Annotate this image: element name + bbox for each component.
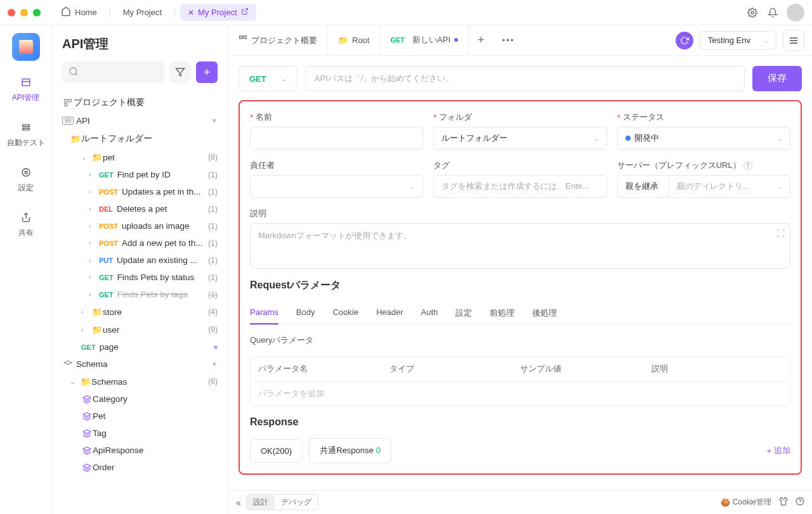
tree-schema-root[interactable]: Schema ▼ <box>57 356 223 373</box>
chevron-down-icon: ⌄ <box>777 183 782 190</box>
rail-share[interactable]: 共有 <box>16 207 36 241</box>
expand-icon[interactable]: ⛶ <box>776 229 785 238</box>
method-badge: GET <box>99 274 114 281</box>
content-tabs: プロジェクト概要 📁 Root GET 新しいAPI + ••• Testing… <box>228 25 812 56</box>
tree-label: store <box>103 307 206 317</box>
param-tab-auth[interactable]: Auth <box>421 302 438 324</box>
tree-schema-item[interactable]: Category <box>57 390 223 408</box>
help-icon[interactable]: ? <box>743 161 752 170</box>
help-footer-icon[interactable] <box>796 497 804 508</box>
response-common[interactable]: 共通Response0 <box>309 438 391 463</box>
shirt-icon[interactable] <box>779 497 788 508</box>
tree-schemas-folder[interactable]: ⌄ 📁 Schemas (6) <box>57 373 223 390</box>
tree-root-folder[interactable]: 📁 ルートフォルダー <box>57 129 223 148</box>
env-select[interactable]: Testing Env ⌄ <box>700 31 776 49</box>
mode-debug[interactable]: デバッグ <box>275 495 318 510</box>
add-button[interactable]: + <box>196 61 218 83</box>
rail-settings[interactable]: 設定 <box>16 162 36 196</box>
tab-project-1[interactable]: My Project <box>115 4 169 21</box>
env-refresh-icon[interactable] <box>676 32 693 49</box>
tree-api-page[interactable]: GET page <box>57 338 223 356</box>
close-icon[interactable]: ✕ <box>188 8 194 17</box>
minimize-window[interactable] <box>20 9 28 16</box>
tree-api-item[interactable]: ›POSTAdd a new pet to th...(1) <box>57 235 223 252</box>
tree-schema-item[interactable]: Pet <box>57 408 223 425</box>
tab-project-2[interactable]: ✕ My Project <box>180 4 256 21</box>
rail-label: 設定 <box>18 183 34 193</box>
app-logo[interactable] <box>12 33 40 61</box>
ctab-root[interactable]: 📁 Root <box>328 25 380 55</box>
tree-schema-item[interactable]: Order <box>57 459 223 476</box>
bell-icon[interactable] <box>766 6 779 19</box>
overview-icon <box>239 35 247 46</box>
menu-button[interactable] <box>783 30 804 51</box>
param-tab-cookie[interactable]: Cookie <box>332 302 358 324</box>
chevron-down-icon: ⌄ <box>410 183 415 190</box>
status-select[interactable]: 開発中⌄ <box>617 127 790 150</box>
gear-icon[interactable] <box>746 6 759 19</box>
param-tab-params[interactable]: Params <box>250 302 278 324</box>
param-tab-設定[interactable]: 設定 <box>455 302 472 324</box>
save-button[interactable]: 保存 <box>752 66 802 91</box>
mode-design[interactable]: 設計 <box>247 495 275 510</box>
add-param-row[interactable]: パラメータを追加 <box>251 382 790 406</box>
description-textarea[interactable]: Markdownフォーマットが使用できます。 ⛶ <box>250 223 790 269</box>
tree-api-item[interactable]: ›GETFinds Pets by status(1) <box>57 269 223 286</box>
method-badge: GET <box>99 291 114 299</box>
chevron-down-icon: ⌄ <box>70 378 80 385</box>
param-tab-body[interactable]: Body <box>296 302 315 324</box>
method-select[interactable]: GET ⌄ <box>239 66 298 91</box>
tree-api-item[interactable]: ›DELDeletes a pet(1) <box>57 200 223 217</box>
svg-rect-10 <box>65 100 67 102</box>
name-input[interactable] <box>250 127 423 150</box>
tree-project-overview[interactable]: プロジェクト概要 <box>57 93 223 112</box>
tree-api-item[interactable]: ›GETFinds Pets by tags(1) <box>57 286 223 303</box>
tree-schema-item[interactable]: Tag <box>57 425 223 442</box>
param-tab-後処理[interactable]: 後処理 <box>532 302 557 324</box>
rail-autotest[interactable]: 自動テスト <box>4 117 48 151</box>
rail-api-manage[interactable]: API管理 <box>10 72 42 106</box>
ctab-overview[interactable]: プロジェクト概要 <box>228 25 328 55</box>
method-badge: GET <box>81 344 96 351</box>
tab-home[interactable]: Home <box>53 3 105 22</box>
url-input[interactable]: APIパスは「/」から始めてください。 <box>305 66 745 91</box>
tree-folder-user[interactable]: › 📁 user (9) <box>57 321 223 338</box>
tree-folder-store[interactable]: › 📁 store (4) <box>57 303 223 321</box>
server-select[interactable]: 親を継承 親のディレクトリ...⌄ <box>617 175 790 198</box>
tree-api-item[interactable]: ›GETFind pet by ID(1) <box>57 166 223 183</box>
close-window[interactable] <box>8 9 15 16</box>
tree-api-item[interactable]: ›PUTUpdate an existing ...(1) <box>57 252 223 269</box>
tree-api-root[interactable]: 99 API ▼ <box>57 112 223 129</box>
cookie-manage[interactable]: 🍪Cookie管理 <box>721 497 771 508</box>
sidebar: API管理 + プロジェクト概要 99 API ▼ <box>52 25 228 514</box>
param-tab-前処理[interactable]: 前処理 <box>490 302 514 324</box>
query-label: Queryパラメータ <box>250 335 790 346</box>
tree-api-item[interactable]: ›POSTUpdates a pet in th...(1) <box>57 183 223 200</box>
add-tab-button[interactable]: + <box>469 34 494 47</box>
response-ok[interactable]: OK(200) <box>250 439 303 463</box>
tag-input[interactable]: タグを検索または作成するには、Ente... <box>433 175 606 198</box>
param-tab-header[interactable]: Header <box>376 302 403 324</box>
tree: プロジェクト概要 99 API ▼ 📁 ルートフォルダー ⌄ 📁 pet (8) <box>52 91 228 514</box>
search-input[interactable] <box>62 61 164 83</box>
avatar[interactable] <box>787 4 804 22</box>
share-icon <box>18 210 34 225</box>
maximize-window[interactable] <box>33 9 41 16</box>
collapse-button[interactable]: « <box>236 498 241 508</box>
request-title: Requestパラメータ <box>250 279 790 292</box>
folder-select[interactable]: ルートフォルダー⌄ <box>433 127 606 150</box>
method-badge: DEL <box>99 205 113 213</box>
tree-label: Updates a pet in th... <box>122 187 206 196</box>
tree-api-item[interactable]: ›POSTuploads an image(1) <box>57 217 223 235</box>
method-badge: POST <box>99 240 118 247</box>
tree-schema-item[interactable]: ApiResponse <box>57 442 223 459</box>
add-response-button[interactable]: +追加 <box>766 445 790 456</box>
more-tabs-button[interactable]: ••• <box>494 35 524 45</box>
svg-point-6 <box>22 169 30 176</box>
folder-icon: 📁 <box>91 307 103 317</box>
owner-select[interactable]: ⌄ <box>250 175 423 198</box>
filter-button[interactable] <box>169 61 191 83</box>
svg-rect-19 <box>240 36 242 39</box>
tree-folder-pet[interactable]: ⌄ 📁 pet (8) <box>57 148 223 166</box>
ctab-new-api[interactable]: GET 新しいAPI <box>380 25 469 55</box>
